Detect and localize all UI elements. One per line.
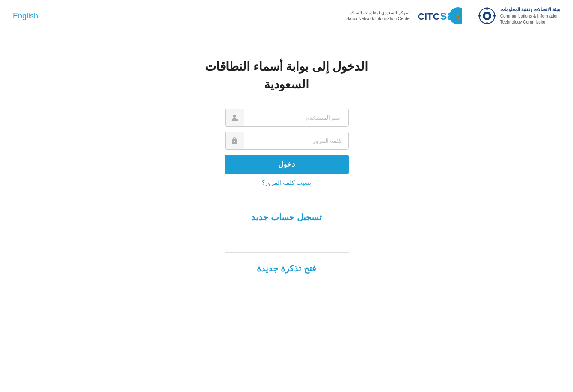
svg-text:CITC: CITC: [418, 11, 439, 22]
login-form-section: دخول نسيت كلمة المرور؟ تسجيل حساب جديد ف…: [225, 109, 349, 274]
sanic-logo-block: المركز السعودي لمعلومات الشبكة Saudi Net…: [346, 5, 462, 27]
page-title: الدخول إلى بوابة أسماء النطاقات السعودية: [205, 58, 368, 94]
main-content: الدخول إلى بوابة أسماء النطاقات السعودية…: [0, 32, 573, 274]
citc-logo-block: هيئة الاتصالات وتقنية المعلومات Communic…: [471, 6, 560, 26]
english-language-link[interactable]: English: [13, 12, 38, 21]
header-left: English: [13, 12, 38, 21]
open-ticket-link[interactable]: فتح تذكرة جديدة: [257, 263, 316, 274]
citc-icon: [478, 6, 497, 26]
svg-point-7: [485, 14, 489, 18]
divider-1: [225, 201, 349, 201]
svg-text:sa: sa: [440, 8, 454, 22]
register-link[interactable]: تسجيل حساب جديد: [251, 212, 321, 222]
forgot-password-link[interactable]: نسيت كلمة المرور؟: [262, 179, 311, 186]
sa-logo-icon: 🌴 sa CITC: [415, 5, 462, 27]
citc-name-text: هيئة الاتصالات وتقنية المعلومات Communic…: [500, 6, 560, 25]
login-button[interactable]: دخول: [225, 155, 349, 174]
svg-text:🌴: 🌴: [454, 13, 461, 19]
password-input[interactable]: [244, 132, 348, 149]
user-icon: [225, 109, 244, 126]
header-right: المركز السعودي لمعلومات الشبكة Saudi Net…: [346, 5, 560, 27]
header: English المركز السعودي لمعلومات الشبكة S…: [0, 0, 573, 32]
username-input-group: [225, 109, 349, 127]
divider-2: [225, 252, 349, 253]
username-input[interactable]: [244, 109, 348, 126]
lock-icon: [225, 132, 244, 149]
password-input-group: [225, 132, 349, 150]
snnic-text: المركز السعودي لمعلومات الشبكة Saudi Net…: [346, 10, 411, 22]
